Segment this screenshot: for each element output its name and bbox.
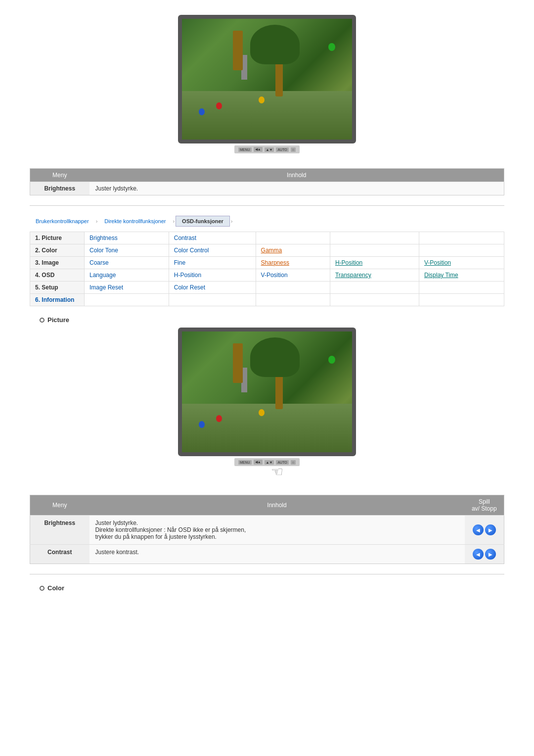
osd-color-control[interactable]: Color Control [169, 244, 256, 257]
osd-row-image: 3. Image Coarse Fine Sharpness H-Positio… [30, 257, 504, 269]
detail-row-brightness: Brightness Juster lydstyrke. Direkte kon… [30, 516, 504, 545]
menu-button-1[interactable]: MENU [238, 147, 252, 152]
osd-empty4 [330, 244, 419, 257]
detail-buttons-contrast: ◀ ▶ [465, 545, 504, 564]
detail-col-content: Innhold [89, 495, 465, 516]
osd-contrast[interactable]: Contrast [169, 232, 256, 244]
bullet-circle-picture [40, 318, 44, 323]
tab-osd-funksjoner[interactable]: OSD-funksjoner [176, 216, 230, 227]
play-next-brightness[interactable]: ▶ [485, 524, 496, 535]
balloon-green-2 [328, 356, 335, 364]
osd-empty6 [256, 282, 330, 294]
tree-foliage-2 [250, 337, 300, 377]
pagoda-1 [241, 55, 247, 80]
osd-label-color: 2. Color [30, 244, 85, 257]
auto-button-1[interactable]: AUTO [276, 147, 288, 152]
osd-info-empty3 [256, 294, 330, 306]
detail-label-contrast: Contrast [30, 545, 89, 564]
balloon-red-1 [216, 102, 222, 109]
power-button-2[interactable]: ○ [291, 460, 296, 465]
osd-empty5 [419, 244, 504, 257]
table-row: Brightness Juster lydstyrke. [30, 182, 504, 195]
monitor-display-1: MENU ◀▲ ▲▼ AUTO ○ [30, 15, 504, 153]
osd-info-empty1 [85, 294, 169, 306]
col-header-menu-1: Meny [30, 169, 89, 182]
osd-language[interactable]: Language [85, 269, 169, 282]
osd-color-reset[interactable]: Color Reset [169, 282, 256, 294]
osd-empty1 [256, 232, 330, 244]
monitor-display-2: MENU ◀▲ ▲▼ AUTO ○ ☜ [30, 328, 504, 480]
play-prev-contrast[interactable]: ◀ [473, 549, 484, 560]
detail-label-brightness: Brightness [30, 516, 89, 545]
divider-2 [30, 574, 504, 574]
divider-1 [30, 205, 504, 206]
nav-tabs: Brukerkontrollknapper › Direkte kontroll… [30, 216, 504, 227]
osd-sharpness[interactable]: Sharpness [256, 257, 330, 269]
balloon-blue-1 [199, 108, 205, 115]
osd-empty3 [419, 232, 504, 244]
osd-display-time[interactable]: Display Time [419, 269, 504, 282]
tab-direkte[interactable]: Direkte kontrollfunksjoner [98, 216, 172, 226]
osd-h-position-osd[interactable]: H-Position [169, 269, 256, 282]
balloon-yellow-2 [259, 409, 265, 416]
osd-color-tone[interactable]: Color Tone [85, 244, 169, 257]
osd-row-picture: 1. Picture Brightness Contrast [30, 232, 504, 244]
play-next-contrast[interactable]: ▶ [485, 549, 496, 560]
monitor-frame-1 [178, 15, 356, 143]
detail-row-contrast: Contrast Justere kontrast. ◀ ▶ [30, 545, 504, 564]
power-button-1[interactable]: ○ [291, 147, 296, 152]
osd-empty7 [330, 282, 419, 294]
hand-pointer-icon: ☜ [271, 464, 283, 480]
nav-button-1[interactable]: ◀▲ [254, 147, 263, 152]
osd-info-empty4 [330, 294, 419, 306]
play-prev-brightness[interactable]: ◀ [473, 524, 484, 535]
osd-label-osd: 4. OSD [30, 269, 85, 282]
osd-v-position-osd[interactable]: V-Position [256, 269, 330, 282]
osd-label-setup: 5. Setup [30, 282, 85, 294]
menu-button-2[interactable]: MENU [238, 460, 252, 465]
osd-info-empty2 [169, 294, 256, 306]
nav-button-3[interactable]: ◀▲ [254, 460, 263, 465]
osd-coarse[interactable]: Coarse [85, 257, 169, 269]
bullet-label-picture: Picture [47, 316, 69, 324]
tree-foliage-1 [250, 25, 300, 64]
detail-content-contrast: Justere kontrast. [89, 545, 465, 564]
detail-col-spill: Spill av/ Stopp [465, 495, 504, 516]
osd-gamma[interactable]: Gamma [256, 244, 330, 257]
separator-3: › [231, 218, 233, 224]
osd-fine[interactable]: Fine [169, 257, 256, 269]
balloon-yellow-1 [259, 96, 265, 103]
nav-button-2[interactable]: ▲▼ [265, 147, 274, 152]
separator-2: › [173, 218, 175, 224]
osd-transparency[interactable]: Transparency [330, 269, 419, 282]
detail-content-brightness: Juster lydstyrke. Direkte kontrollfunksj… [89, 516, 465, 545]
osd-v-position-image[interactable]: V-Position [419, 257, 504, 269]
bullet-circle-color [40, 586, 44, 591]
osd-row-information: 6. Information [30, 294, 504, 306]
osd-table: 1. Picture Brightness Contrast 2. Color … [30, 232, 504, 306]
detail-buttons-brightness: ◀ ▶ [465, 516, 504, 545]
menu-table-1: Meny Innhold Brightness Juster lydstyrke… [30, 168, 504, 195]
menu-label-brightness-1: Brightness [30, 182, 89, 195]
osd-info-empty5 [419, 294, 504, 306]
osd-image-reset[interactable]: Image Reset [85, 282, 169, 294]
osd-h-position-image[interactable]: H-Position [330, 257, 419, 269]
menu-content-brightness-1: Juster lydstyrke. [89, 182, 504, 195]
osd-row-setup: 5. Setup Image Reset Color Reset [30, 282, 504, 294]
osd-label-image: 3. Image [30, 257, 85, 269]
monitor-frame-2 [178, 328, 356, 456]
tab-brukerkontrollknapper[interactable]: Brukerkontrollknapper [30, 216, 95, 226]
balloon-green-1 [328, 43, 335, 51]
monitor-buttons-1: MENU ◀▲ ▲▼ AUTO ○ [234, 145, 300, 153]
osd-brightness[interactable]: Brightness [85, 232, 169, 244]
balloon-red-2 [216, 415, 222, 422]
separator-1: › [96, 218, 98, 224]
pagoda-2 [241, 368, 247, 392]
osd-row-osd: 4. OSD Language H-Position V-Position Tr… [30, 269, 504, 282]
osd-row-color: 2. Color Color Tone Color Control Gamma [30, 244, 504, 257]
bullet-picture: Picture [40, 316, 504, 324]
bullet-label-color: Color [47, 584, 64, 592]
osd-empty8 [419, 282, 504, 294]
monitor-buttons-2: MENU ◀▲ ▲▼ AUTO ○ [234, 458, 300, 466]
monitor-screen-2 [182, 331, 352, 452]
